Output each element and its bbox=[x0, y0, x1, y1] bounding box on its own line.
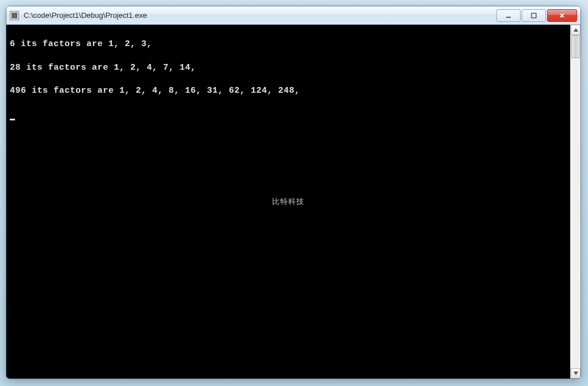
svg-marker-4 bbox=[574, 28, 578, 32]
console-output[interactable]: 6 its factors are 1, 2, 3, 28 its factor… bbox=[6, 25, 570, 379]
cursor bbox=[10, 119, 15, 120]
maximize-button[interactable] bbox=[522, 9, 546, 22]
watermark-text: 比特科技 bbox=[272, 196, 304, 207]
close-button[interactable] bbox=[547, 9, 577, 22]
window-controls bbox=[495, 9, 577, 22]
output-line: 28 its factors are 1, 2, 4, 7, 14, bbox=[10, 62, 567, 74]
output-line: 6 its factors are 1, 2, 3, bbox=[10, 39, 567, 50]
scroll-down-button[interactable] bbox=[571, 368, 581, 379]
console-area: 6 its factors are 1, 2, 3, 28 its factor… bbox=[6, 25, 581, 379]
app-icon bbox=[10, 11, 19, 20]
svg-marker-5 bbox=[574, 372, 578, 375]
vertical-scrollbar[interactable] bbox=[570, 25, 581, 379]
minimize-button[interactable] bbox=[496, 9, 521, 22]
svg-rect-1 bbox=[532, 13, 536, 18]
output-line: 496 its factors are 1, 2, 4, 8, 16, 31, … bbox=[10, 85, 567, 97]
titlebar[interactable]: C:\code\Project1\Debug\Project1.exe bbox=[6, 6, 581, 25]
window-title: C:\code\Project1\Debug\Project1.exe bbox=[24, 11, 495, 20]
scroll-track[interactable] bbox=[571, 35, 581, 368]
scroll-thumb[interactable] bbox=[571, 35, 580, 58]
console-window: C:\code\Project1\Debug\Project1.exe 6 it… bbox=[6, 6, 581, 379]
scroll-up-button[interactable] bbox=[571, 25, 581, 35]
